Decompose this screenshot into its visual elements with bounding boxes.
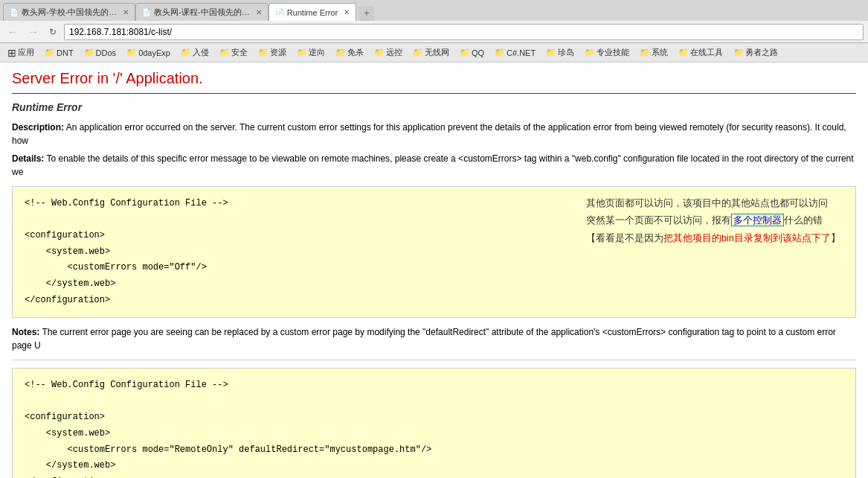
description-label: Description:	[12, 122, 64, 133]
folder-icon-tools: 📁	[678, 48, 689, 57]
folder-icon-system: 📁	[640, 48, 650, 57]
bookmark-ddos[interactable]: 📁 DDos	[80, 46, 121, 59]
bookmarks-bar: ⊞ 应用 📁 DNT 📁 DDos 📁 0dayExp 📁 入侵 📁 安全 📁 …	[0, 43, 868, 63]
bookmark-dnt[interactable]: 📁 DNT	[40, 46, 78, 59]
annotation-box: 其他页面都可以访问，该项目中的其他站点也都可以访问 突然某一个页面不可以访问，报…	[586, 194, 840, 246]
bookmark-reverse-label: 逆向	[309, 47, 325, 58]
forward-button[interactable]: →	[25, 25, 42, 39]
bookmark-skills-label: 专业技能	[597, 47, 629, 58]
code-line-1-6: </system.web>	[25, 276, 475, 293]
back-button[interactable]: ←	[4, 25, 21, 39]
bookmark-remote-label: 远控	[386, 47, 402, 58]
code-block-1: <!-- Web.Config Configuration File --> <…	[12, 186, 856, 318]
tab-3[interactable]: 📄 Runtime Error ✕	[269, 3, 356, 21]
reload-button[interactable]: ↻	[46, 25, 60, 39]
bookmark-dnt-label: DNT	[57, 48, 74, 57]
bookmark-bypass-label: 免杀	[347, 47, 364, 58]
bookmark-tools[interactable]: 📁 在线工具	[674, 45, 727, 60]
folder-icon-csharp: 📁	[495, 48, 505, 57]
bookmark-csharp[interactable]: 📁 C#.NET	[490, 46, 540, 59]
address-input[interactable]	[64, 24, 864, 40]
tab-2-icon: 📄	[142, 8, 151, 16]
annotation-line3: 【看看是不是因为把其他项目的bin目录复制到该站点下了】	[586, 229, 840, 246]
bookmark-resources[interactable]: 📁 资源	[254, 45, 291, 60]
bookmark-qq-label: QQ	[472, 48, 484, 57]
bookmark-0dayexp[interactable]: 📁 0dayExp	[122, 46, 175, 59]
bookmark-intrusion-label: 入侵	[193, 47, 209, 58]
code-block-2: <!-- Web.Config Configuration File --> <…	[12, 368, 856, 478]
code-block-1-content: <!-- Web.Config Configuration File --> <…	[25, 196, 475, 308]
new-tab-area[interactable]: +	[359, 6, 374, 21]
tab-3-close[interactable]: ✕	[344, 8, 350, 16]
bookmark-remote[interactable]: 📁 远控	[370, 45, 407, 60]
runtime-error-heading: Runtime Error	[12, 101, 856, 113]
folder-icon-0dayexp: 📁	[126, 48, 137, 57]
bookmark-qq[interactable]: 📁 QQ	[455, 46, 489, 59]
code-line-1-5: <customErrors mode="Off"/>	[25, 260, 475, 276]
bookmark-wireless[interactable]: 📁 无线网	[408, 45, 454, 60]
bookmark-hero[interactable]: 📁 勇者之路	[729, 45, 782, 60]
folder-icon-intrusion: 📁	[181, 48, 191, 57]
bookmark-system[interactable]: 📁 系统	[635, 45, 672, 60]
notes-label: Notes:	[12, 327, 39, 337]
folder-icon-hero: 📁	[733, 48, 744, 57]
code-line-2-2	[25, 394, 843, 410]
bookmark-csharp-label: C#.NET	[507, 48, 536, 57]
tab-3-label: Runtime Error	[287, 8, 338, 17]
code-line-2-3: <configuration>	[25, 410, 843, 426]
code-line-1-1: <!-- Web.Config Configuration File -->	[25, 196, 475, 212]
tab-2[interactable]: 📄 教头网-课程-中国领先的… ✕	[135, 3, 268, 21]
folder-icon-remote: 📁	[374, 48, 385, 57]
code-line-2-6: </system.web>	[25, 458, 843, 474]
code-block-2-content: <!-- Web.Config Configuration File --> <…	[25, 377, 843, 478]
folder-icon-reverse: 📁	[297, 48, 307, 57]
code-line-1-7: </configuration>	[25, 293, 475, 309]
details-block: Details: To enable the details of this s…	[12, 152, 856, 179]
bookmark-resources-label: 资源	[270, 47, 286, 58]
tab-bar: 📄 教头网-学校-中国领先的… ✕ 📄 教头网-课程-中国领先的… ✕ 📄 Ru…	[0, 0, 868, 21]
bookmark-zhendao-label: 珍岛	[558, 47, 574, 58]
folder-icon-skills: 📁	[585, 48, 595, 57]
description-block: Description: An application error occurr…	[12, 121, 856, 147]
annotation-line1: 其他页面都可以访问，该项目中的其他站点也都可以访问	[586, 194, 840, 211]
annotation-line2-after: 什么的错	[784, 214, 823, 226]
folder-icon-resources: 📁	[258, 48, 269, 57]
annotation-bracket-close: 】	[831, 232, 840, 243]
bookmark-security[interactable]: 📁 安全	[215, 45, 252, 60]
separator	[12, 360, 856, 360]
bookmark-zhendao[interactable]: 📁 珍岛	[541, 45, 579, 60]
details-label: Details:	[12, 153, 44, 164]
folder-icon-bypass: 📁	[335, 48, 346, 57]
code-line-2-5: <customErrors mode="RemoteOnly" defaultR…	[25, 442, 843, 459]
code-line-1-4: <system.web>	[25, 244, 475, 261]
folder-icon-wireless: 📁	[413, 48, 423, 57]
bookmark-skills[interactable]: 📁 专业技能	[580, 45, 634, 60]
tab-2-close[interactable]: ✕	[256, 8, 262, 16]
bookmark-tools-label: 在线工具	[690, 47, 723, 58]
tab-1[interactable]: 📄 教头网-学校-中国领先的… ✕	[3, 3, 135, 21]
folder-icon-ddos: 📁	[84, 48, 94, 57]
tab-1-close[interactable]: ✕	[123, 8, 129, 16]
apps-grid-icon: ⊞	[7, 47, 16, 59]
page-title: Server Error in '/' Application.	[12, 70, 856, 94]
code-line-2-4: <system.web>	[25, 426, 843, 442]
tab-3-icon: 📄	[275, 8, 284, 16]
address-bar: ← → ↻	[0, 21, 868, 43]
code-line-1-2	[25, 212, 475, 229]
annotation-line2-before: 突然某一个页面不可以访问，报有	[586, 214, 731, 226]
bookmark-bypass[interactable]: 📁 免杀	[331, 45, 368, 60]
bookmark-apps[interactable]: ⊞ 应用	[3, 45, 39, 60]
bookmark-apps-label: 应用	[18, 47, 34, 58]
details-text: To enable the details of this specific e…	[12, 153, 854, 177]
code-line-2-1: <!-- Web.Config Configuration File -->	[25, 377, 843, 394]
folder-icon-zhendao: 📁	[546, 48, 556, 57]
bookmark-intrusion[interactable]: 📁 入侵	[176, 45, 213, 60]
notes-block: Notes: The current error page you are se…	[12, 325, 856, 352]
annotation-highlight: 多个控制器	[731, 214, 784, 226]
bookmark-wireless-label: 无线网	[425, 47, 449, 58]
description-text: An application error occurred on the ser…	[12, 122, 846, 146]
bookmark-security-label: 安全	[231, 47, 248, 58]
bookmark-reverse[interactable]: 📁 逆向	[292, 45, 329, 60]
browser-chrome: 📄 教头网-学校-中国领先的… ✕ 📄 教头网-课程-中国领先的… ✕ 📄 Ru…	[0, 0, 868, 63]
code-line-2-7: </configuration>	[25, 474, 843, 478]
